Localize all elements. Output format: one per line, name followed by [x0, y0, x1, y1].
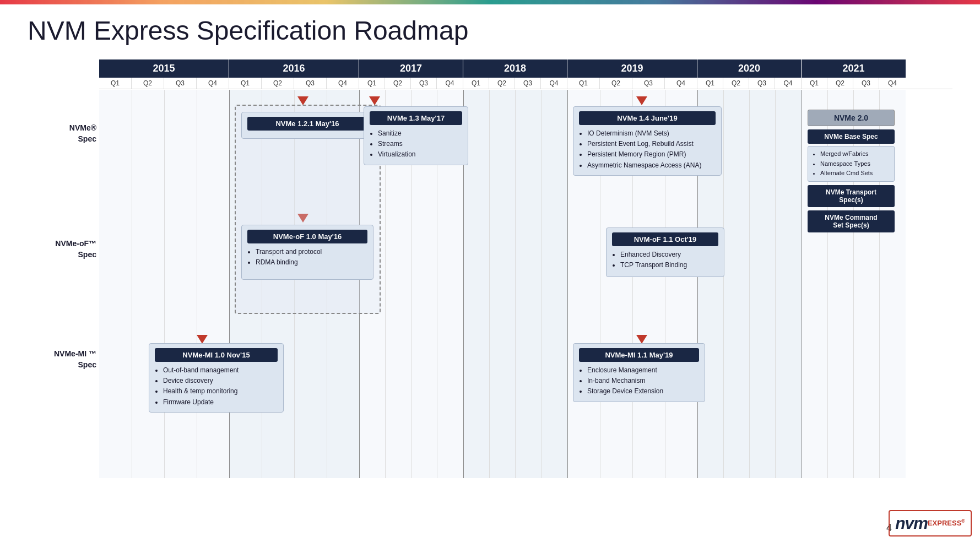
nvme-14-bullet-4: Asymmetric Namespace Access (ANA) — [587, 160, 716, 171]
nvmemi-10-bullet-4: Firmware Update — [163, 397, 278, 408]
nvme-13-box: NVMe 1.3 May'17 Sanitize Streams Virtual… — [364, 106, 468, 165]
base-bullet-3: Alternate Cmd Sets — [820, 169, 890, 178]
year-2021: 2021 — [802, 59, 906, 78]
nvme-13-bullet-3: Virtualization — [378, 149, 462, 160]
nvmemi-10-bullet-3: Health & temp monitoring — [163, 386, 278, 397]
nvmof-11-bullet-1: Enhanced Discovery — [620, 250, 718, 260]
logo-border: nvmEXPRESS® — [889, 510, 972, 536]
nvmemi-11-title: NVMe-MI 1.1 May'19 — [579, 348, 699, 362]
q1-2020: Q1 — [697, 78, 723, 89]
q4-2021: Q4 — [879, 78, 906, 89]
nvmof-11-bullet-2: TCP Transport Binding — [620, 260, 718, 270]
year-2018: 2018 — [463, 59, 567, 78]
nvmemi-10-bullet-1: Out-of-band management — [163, 365, 278, 376]
vline-2021 — [802, 90, 802, 478]
q2-2021: Q2 — [827, 78, 853, 89]
q1-2016: Q1 — [229, 78, 262, 89]
quarter-row: Q1 Q2 Q3 Q4 Q1 Q2 Q3 Q4 Q1 Q2 Q3 Q4 Q1 Q… — [99, 78, 952, 89]
nvme-14-bullet-1: IO Determinism (NVM Sets) — [587, 128, 716, 139]
q3-2017: Q3 — [411, 78, 437, 89]
q2-2018: Q2 — [489, 78, 515, 89]
year-2015: 2015 — [99, 59, 229, 78]
base-bullet-1: Merged w/Fabrics — [820, 149, 890, 159]
page-title: NVM Express Specification Roadmap — [28, 15, 952, 46]
nvme-13-bullet-2: Streams — [378, 139, 462, 149]
nvme-base-spec-title: NVMe Base Spec — [808, 129, 895, 144]
arrow-nvmemi11 — [636, 335, 647, 344]
q4-2015: Q4 — [197, 78, 229, 89]
nvmeof-10-box: NVMe-oF 1.0 May'16 Transport and protoco… — [241, 225, 373, 280]
nvme-base-spec-content: Merged w/Fabrics Namespace Types Alterna… — [808, 146, 895, 182]
base-bullet-2: Namespace Types — [820, 159, 890, 169]
year-2016: 2016 — [229, 59, 359, 78]
q1-2017: Q1 — [359, 78, 385, 89]
timeline-area: NVMe®Spec NVMe-oF™Spec NVMe-MI ™Spec — [99, 90, 944, 478]
timeline-wrapper: 2015 2016 2017 2018 2019 2020 2021 Q1 Q2… — [28, 59, 952, 478]
q3-2021: Q3 — [853, 78, 879, 89]
q4-2020: Q4 — [775, 78, 802, 89]
nvmemi-11-bullet-1: Enclosure Management — [587, 365, 699, 376]
q4-2016: Q4 — [327, 78, 359, 89]
nvmeof-10-bullet-1: Transport and protocol — [256, 247, 367, 257]
q3-2019: Q3 — [632, 78, 665, 89]
q4-2019: Q4 — [665, 78, 697, 89]
vline-q — [197, 90, 197, 478]
nvmemi-spec-label: NVMe-MI ™Spec — [30, 349, 96, 370]
q2-2015: Q2 — [132, 78, 164, 89]
q1-2018: Q1 — [463, 78, 489, 89]
nvmof-11-title: NVM-oF 1.1 Oct'19 — [612, 232, 718, 246]
logo-express-text: EXPRESS® — [928, 519, 965, 527]
vline-2016 — [229, 90, 230, 478]
arrow-nvme14 — [636, 96, 647, 105]
vline-q — [132, 90, 132, 478]
nvmemi-11-bullet-3: Storage Device Extension — [587, 386, 699, 397]
year-2020: 2020 — [697, 59, 802, 78]
logo-nvm-text: nvm — [895, 514, 928, 532]
q3-2016: Q3 — [294, 78, 327, 89]
q2-2020: Q2 — [723, 78, 749, 89]
q3-2018: Q3 — [515, 78, 541, 89]
q1-2015: Q1 — [99, 78, 132, 89]
year-2019: 2019 — [567, 59, 697, 78]
q2-2017: Q2 — [385, 78, 411, 89]
arrow-nvme121 — [297, 96, 308, 105]
vline-q — [541, 90, 542, 478]
nvme-14-title: NVMe 1.4 June'19 — [579, 111, 716, 125]
vline-q — [723, 90, 724, 478]
vline-q — [489, 90, 490, 478]
q2-2019: Q2 — [600, 78, 632, 89]
page-content: NVM Express Specification Roadmap 2015 2… — [0, 4, 980, 489]
nvmemi-10-title: NVMe-MI 1.0 Nov'15 — [155, 348, 278, 362]
nvme-13-title: NVMe 1.3 May'17 — [370, 111, 462, 125]
nvme-13-bullet-1: Sanitize — [378, 128, 462, 139]
nvme-spec-label: NVMe®Spec — [30, 123, 96, 144]
nvme2-main-title: NVMe 2.0 — [808, 110, 895, 126]
nvme-14-box: NVMe 1.4 June'19 IO Determinism (NVM Set… — [573, 106, 722, 176]
q4-2018: Q4 — [541, 78, 567, 89]
nvmemi-10-box: NVMe-MI 1.0 Nov'15 Out-of-band managemen… — [149, 343, 284, 413]
nvme-121-title: NVMe 1.2.1 May'16 — [247, 117, 367, 131]
nvme-14-bullet-2: Persistent Event Log, Rebuild Assist — [587, 139, 716, 149]
vline-q — [775, 90, 776, 478]
nvmof-11-box: NVM-oF 1.1 Oct'19 Enhanced Discovery TCP… — [606, 227, 724, 277]
nvm-express-logo: nvmEXPRESS® — [889, 510, 972, 536]
year-header: 2015 2016 2017 2018 2019 2020 2021 — [99, 59, 952, 78]
vline-q — [164, 90, 165, 478]
q4-2017: Q4 — [437, 78, 463, 89]
nvmeof-10-title: NVMe-oF 1.0 May'16 — [247, 230, 367, 243]
nvmemi-11-bullet-2: In-band Mechanism — [587, 376, 699, 386]
nvmemi-11-box: NVMe-MI 1.1 May'19 Enclosure Management … — [573, 343, 705, 402]
nvme-transport-spec-title: NVMe TransportSpec(s) — [808, 185, 895, 207]
q2-2016: Q2 — [262, 78, 294, 89]
arrow-nvme13 — [369, 96, 380, 105]
nvmeof-10-bullet-2: RDMA binding — [256, 257, 367, 268]
q1-2021: Q1 — [802, 78, 827, 89]
year-2017: 2017 — [359, 59, 463, 78]
q3-2020: Q3 — [749, 78, 775, 89]
rainbow-bar — [0, 0, 980, 4]
nvme-14-bullet-3: Persistent Memory Region (PMR) — [587, 149, 716, 160]
vline-q — [515, 90, 516, 478]
arrow-nvmemi10 — [197, 335, 208, 344]
vline-2019 — [567, 90, 568, 478]
vline-q — [749, 90, 750, 478]
